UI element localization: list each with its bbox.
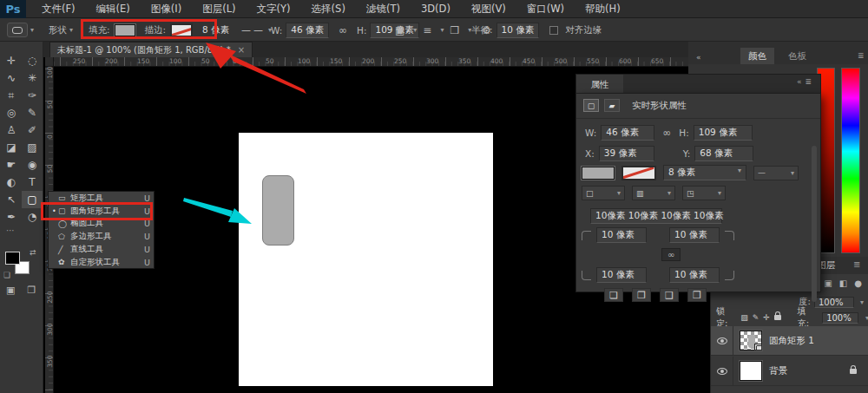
prop-stroke-width-field[interactable]: 8 像素▾ xyxy=(663,165,746,180)
prop-fill-swatch[interactable] xyxy=(582,167,615,180)
bottom-right-radius-field[interactable]: 10 像素 xyxy=(669,267,720,283)
top-right-radius-field[interactable]: 10 像素 xyxy=(669,227,720,243)
gradient-tool[interactable]: ▨ xyxy=(22,139,43,156)
link-dimensions-icon[interactable]: ∞ xyxy=(662,127,671,139)
prop-stroke-swatch[interactable] xyxy=(621,166,656,180)
mask-properties-icon[interactable]: ▰ xyxy=(604,99,620,112)
prop-x-field[interactable]: 39 像素 xyxy=(599,146,654,161)
path-op-icon[interactable]: ❑ xyxy=(660,288,679,302)
document-canvas[interactable] xyxy=(239,133,493,386)
path-arrangement-icon[interactable]: ❒ xyxy=(450,24,459,36)
color-panel-menu-icon[interactable]: ≣ xyxy=(850,48,868,64)
more-tools-icon[interactable]: ⋯ xyxy=(0,226,21,235)
prop-height-field[interactable]: 109 像素 xyxy=(694,125,753,141)
close-tab-icon[interactable]: × xyxy=(238,45,245,55)
tool-preset-caret-icon[interactable]: ▾ xyxy=(30,26,34,34)
tool-mode-caret-icon[interactable]: ▾ xyxy=(69,26,73,34)
visibility-toggle[interactable] xyxy=(711,326,733,356)
layer-filter-icon[interactable]: ● xyxy=(854,278,862,288)
layer-name[interactable]: 背景 xyxy=(769,365,850,377)
dodge-tool[interactable]: ◐ xyxy=(1,174,22,191)
marquee-tool[interactable]: ◌ xyxy=(22,52,43,69)
tool-preset-icon[interactable] xyxy=(7,23,28,37)
pen-tool[interactable]: ✒ xyxy=(1,208,22,226)
hue-spectrum-bar[interactable] xyxy=(841,68,860,253)
layer-thumbnail[interactable] xyxy=(740,331,762,350)
swap-colors-icon[interactable]: ⇄ xyxy=(30,248,36,257)
tool-mode-select[interactable]: 形状 xyxy=(49,24,67,36)
type-tool[interactable]: T xyxy=(22,174,43,191)
menu-window[interactable]: 窗口(W) xyxy=(516,0,575,18)
stroke-swatch[interactable] xyxy=(170,23,193,37)
layer-row-shape[interactable]: 圆角矩形 1 xyxy=(711,326,868,356)
fill-swatch[interactable] xyxy=(115,24,135,36)
quick-mask-icon[interactable]: ▣ xyxy=(6,285,15,296)
layer-thumbnail[interactable] xyxy=(740,361,762,381)
lock-position-icon[interactable]: ✛ xyxy=(763,313,770,322)
visibility-toggle[interactable] xyxy=(711,357,733,386)
ellipse-tool-item[interactable]: ◯ 椭圆工具 U xyxy=(49,218,154,231)
move-tool[interactable]: ✛ xyxy=(1,52,22,69)
rounded-rectangle-shape[interactable] xyxy=(262,175,294,246)
screen-mode-icon[interactable]: ❐ xyxy=(27,285,36,296)
lock-transparency-icon[interactable]: ▨ xyxy=(740,313,748,322)
menu-view[interactable]: 视图(V) xyxy=(461,0,516,18)
stroke-width-caret-icon[interactable]: ▾ xyxy=(225,26,228,34)
opacity-field[interactable]: 100% xyxy=(814,297,854,308)
align-edges-checkbox[interactable] xyxy=(549,26,558,35)
brush-tool[interactable]: ✎ xyxy=(22,104,43,121)
lock-all-icon[interactable] xyxy=(774,315,781,320)
path-operations-icon[interactable]: ▣ xyxy=(395,24,404,36)
lasso-tool[interactable]: ∿ xyxy=(1,69,22,87)
blur-tool[interactable]: ◉ xyxy=(22,156,43,174)
rounded-rectangle-tool-item[interactable]: • ▢ 圆角矩形工具 U xyxy=(49,205,154,218)
crop-tool[interactable]: ⌗ xyxy=(1,87,22,104)
properties-menu-icon[interactable]: ≣ xyxy=(805,77,815,86)
line-tool-item[interactable]: ╱ 直线工具 U xyxy=(49,243,154,256)
live-shape-icon[interactable]: ▢ xyxy=(583,99,599,112)
scrollbar[interactable] xyxy=(812,146,817,302)
tab-swatches[interactable]: 色板 xyxy=(780,48,814,64)
layer-row-background[interactable]: 背景 xyxy=(711,357,868,386)
stroke-caps-select[interactable]: ▥▾ xyxy=(632,186,675,200)
lock-pixels-icon[interactable]: ✎ xyxy=(753,313,760,322)
bottom-left-radius-field[interactable]: 10 像素 xyxy=(596,267,647,283)
menu-filter[interactable]: 滤镜(T) xyxy=(356,0,411,18)
layer-filter-icon[interactable]: ▣ xyxy=(824,278,832,288)
history-brush-tool[interactable]: ✐ xyxy=(22,121,43,139)
radius-summary-field[interactable]: 10像素 10像素 10像素 10像素 xyxy=(590,208,722,224)
document-tab[interactable]: 未标题-1 @ 100% (圆角矩形 1, RGB/8#) * × xyxy=(49,42,253,57)
stroke-style-preview[interactable]: — xyxy=(241,24,250,36)
menu-image[interactable]: 图像(I) xyxy=(141,0,192,18)
stroke-corners-select[interactable]: ◳▾ xyxy=(682,186,726,200)
menu-edit[interactable]: 编辑(E) xyxy=(86,0,141,18)
polygon-tool-item[interactable]: ⬠ 多边形工具 U xyxy=(49,230,154,243)
prop-width-field[interactable]: 46 像素 xyxy=(601,125,654,141)
clone-stamp-tool[interactable]: ♙ xyxy=(1,121,22,139)
magic-wand-tool[interactable]: ✳ xyxy=(22,69,43,87)
menu-help[interactable]: 帮助(H) xyxy=(575,0,631,18)
prop-y-field[interactable]: 68 像素 xyxy=(694,146,753,161)
eyedropper-tool[interactable]: ✑ xyxy=(22,87,43,104)
rectangle-tool-item[interactable]: ▭ 矩形工具 U xyxy=(49,192,154,205)
default-colors-icon[interactable]: ❏ xyxy=(3,271,10,279)
radius-field[interactable]: 10 像素 xyxy=(496,23,540,38)
smudge-tool[interactable]: ☛ xyxy=(1,156,22,174)
path-op-icon[interactable]: ❒ xyxy=(687,288,707,302)
layer-name[interactable]: 圆角矩形 1 xyxy=(769,335,814,347)
healing-brush-tool[interactable]: ◎ xyxy=(1,104,22,121)
menu-type[interactable]: 文字(Y) xyxy=(247,0,301,18)
stroke-align-select[interactable]: □▾ xyxy=(582,186,625,200)
path-op-icon[interactable]: ❐ xyxy=(632,288,651,302)
top-left-radius-field[interactable]: 10 像素 xyxy=(596,227,647,243)
path-op-icon[interactable]: ❏ xyxy=(604,288,623,302)
menu-3d[interactable]: 3D(D) xyxy=(411,0,461,18)
menu-layer[interactable]: 图层(L) xyxy=(192,0,246,18)
link-dimensions-icon[interactable]: ∞ xyxy=(339,24,347,36)
path-alignment-icon[interactable]: ≡ xyxy=(423,24,431,36)
tab-properties[interactable]: 属性 xyxy=(576,75,623,94)
shape-width-field[interactable]: 46 像素 xyxy=(286,23,329,38)
shape-tool[interactable]: ▢ xyxy=(22,191,43,208)
opacity-caret-icon[interactable]: ▾ xyxy=(860,298,864,306)
eraser-tool[interactable]: ◪ xyxy=(1,139,22,156)
